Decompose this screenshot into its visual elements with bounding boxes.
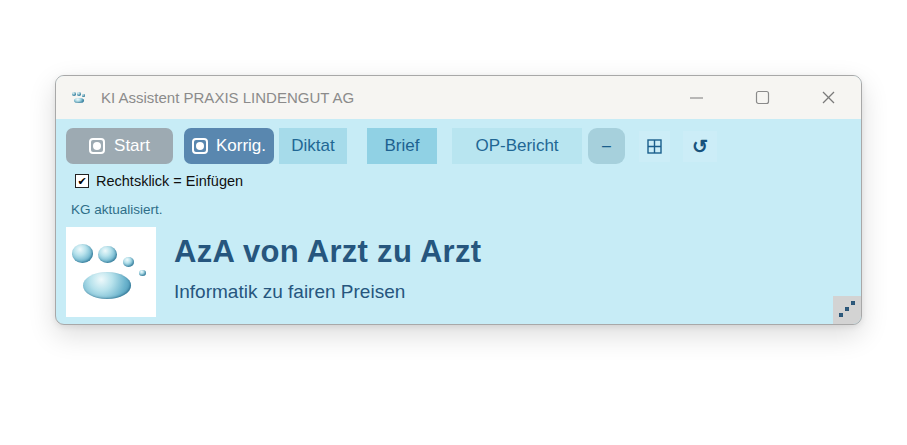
collapse-button[interactable]: – xyxy=(588,128,625,164)
status-text: KG aktualisiert. xyxy=(71,202,861,217)
diktat-button-label: Diktat xyxy=(291,136,334,156)
start-button-label: Start xyxy=(114,136,150,156)
refresh-button[interactable]: ↺ xyxy=(683,131,717,162)
rechtsklick-option-row: ✔ Rechtsklick = Einfügen xyxy=(75,173,861,189)
toolbar: Start Korrig. Diktat Brief OP-Bericht – … xyxy=(56,119,861,164)
logo-blob xyxy=(139,270,146,276)
logo-blob xyxy=(123,257,135,268)
close-button[interactable] xyxy=(795,76,861,119)
app-icon-blob xyxy=(72,92,76,96)
grid-button[interactable] xyxy=(639,131,670,162)
logo-blob xyxy=(98,246,117,263)
brief-button[interactable]: Brief xyxy=(367,128,437,164)
brand-logo xyxy=(66,227,156,317)
maximize-button[interactable] xyxy=(729,76,795,119)
app-icon-blob xyxy=(82,94,84,96)
app-icon xyxy=(71,89,89,107)
grip-dot xyxy=(845,307,849,311)
brand-block: AzA von Arzt zu Arzt Informatik zu faire… xyxy=(66,227,861,317)
record-icon xyxy=(89,138,105,154)
korrig-button[interactable]: Korrig. xyxy=(184,128,274,164)
logo-blob xyxy=(83,272,131,299)
check-icon: ✔ xyxy=(77,175,86,186)
maximize-icon xyxy=(755,90,770,105)
refresh-icon: ↺ xyxy=(692,137,708,156)
app-icon-blob xyxy=(74,98,84,103)
rechtsklick-checkbox[interactable]: ✔ xyxy=(75,174,89,188)
grip-dot xyxy=(851,301,855,305)
start-button[interactable]: Start xyxy=(66,128,173,164)
grid-icon xyxy=(647,139,662,154)
window-title: KI Assistent PRAXIS LINDENGUT AG xyxy=(101,89,354,106)
logo-blob xyxy=(72,244,93,263)
resize-grip[interactable] xyxy=(833,296,861,324)
rechtsklick-option-label[interactable]: Rechtsklick = Einfügen xyxy=(96,173,243,189)
minimize-icon xyxy=(689,90,704,105)
korrig-button-label: Korrig. xyxy=(216,136,266,156)
diktat-button[interactable]: Diktat xyxy=(279,128,347,164)
minimize-button[interactable] xyxy=(663,76,729,119)
app-window: KI Assistent PRAXIS LINDENGUT AG Start xyxy=(55,75,862,325)
minus-icon: – xyxy=(602,137,611,155)
op-bericht-button-label: OP-Bericht xyxy=(475,136,558,156)
record-icon xyxy=(192,138,208,154)
titlebar[interactable]: KI Assistent PRAXIS LINDENGUT AG xyxy=(56,76,861,119)
grip-dot xyxy=(839,313,843,317)
brief-button-label: Brief xyxy=(385,136,420,156)
brand-text: AzA von Arzt zu Arzt Informatik zu faire… xyxy=(174,227,481,317)
close-icon xyxy=(821,90,836,105)
brand-subtitle: Informatik zu fairen Preisen xyxy=(174,281,481,303)
brand-title: AzA von Arzt zu Arzt xyxy=(174,234,481,270)
app-icon-blob xyxy=(77,92,81,95)
op-bericht-button[interactable]: OP-Bericht xyxy=(452,128,582,164)
